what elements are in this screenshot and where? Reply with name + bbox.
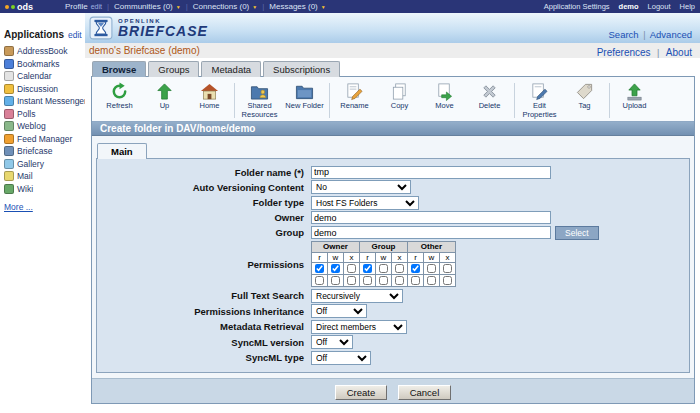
weblog-icon xyxy=(4,121,14,131)
profile-edit-link[interactable]: edit xyxy=(91,3,102,10)
shared-resources-button[interactable]: Shared Resources xyxy=(237,82,282,119)
tab-metadata[interactable]: Metadata xyxy=(201,61,261,77)
copy-button[interactable]: Copy xyxy=(377,82,422,111)
perm-other-write-checkbox[interactable] xyxy=(427,264,436,273)
permissions-inheritance-select[interactable]: Off xyxy=(311,304,367,318)
perm-group-exec-checkbox[interactable] xyxy=(395,264,404,273)
perm-owner-exec-checkbox[interactable] xyxy=(347,264,356,273)
perm-owner-read-checkbox-row2[interactable] xyxy=(315,276,324,285)
perm-owner-exec-checkbox-row2[interactable] xyxy=(347,276,356,285)
ods-logo[interactable]: ods xyxy=(5,2,33,12)
folder-name-label: Folder name (*) xyxy=(97,167,311,178)
sidebar-item-label: Discussion xyxy=(17,84,58,94)
tab-main[interactable]: Main xyxy=(97,143,147,159)
messages-dropdown-arrow-icon[interactable]: ▼ xyxy=(321,4,326,10)
sidebar-item-gallery[interactable]: Gallery xyxy=(4,159,83,169)
tab-browse[interactable]: Browse xyxy=(92,61,146,77)
sidebar-item-mail[interactable]: Mail xyxy=(4,171,83,181)
perm-bit-label: w xyxy=(328,252,344,263)
sidebar-item-label: Weblog xyxy=(17,121,46,131)
folder-type-label: Folder type xyxy=(97,197,311,208)
perm-other-exec-checkbox[interactable] xyxy=(443,264,452,273)
username-link[interactable]: demo xyxy=(619,2,639,11)
tab-subscriptions[interactable]: Subscriptions xyxy=(263,61,340,77)
new-folder-icon xyxy=(295,82,314,101)
connections-dropdown-arrow-icon[interactable]: ▼ xyxy=(252,4,257,10)
bookmarks-icon xyxy=(4,59,14,69)
refresh-button[interactable]: Refresh xyxy=(97,82,142,111)
perm-owner-write-checkbox[interactable] xyxy=(331,264,340,273)
sidebar-item-label: Bookmarks xyxy=(17,59,60,69)
profile-link[interactable]: Profile xyxy=(65,2,88,11)
addressbook-icon xyxy=(4,46,14,56)
delete-button[interactable]: Delete xyxy=(467,82,512,111)
preferences-link[interactable]: Preferences xyxy=(597,47,651,58)
search-link[interactable]: Search xyxy=(609,29,639,40)
metadata-retrieval-select[interactable]: Direct members xyxy=(311,320,407,334)
group-select-button[interactable]: Select xyxy=(555,226,599,240)
perm-other-read-checkbox[interactable] xyxy=(411,264,420,273)
perm-group-exec-checkbox-row2[interactable] xyxy=(395,276,404,285)
home-icon xyxy=(200,82,219,101)
sidebar-item-feed-manager[interactable]: Feed Manager xyxy=(4,134,83,144)
separator: | xyxy=(186,2,188,11)
sidebar-item-discussion[interactable]: Discussion xyxy=(4,84,83,94)
perm-other-exec-checkbox-row2[interactable] xyxy=(443,276,452,285)
application-settings-link[interactable]: Application Settings xyxy=(544,2,610,11)
full-text-search-select[interactable]: Recursively xyxy=(311,289,403,303)
sidebar-item-label: Calendar xyxy=(17,71,52,81)
move-icon xyxy=(435,82,454,101)
create-button[interactable]: Create xyxy=(335,385,388,400)
toolbar: Refresh Up Home Shared xyxy=(92,77,694,121)
sidebar-item-briefcase[interactable]: Briefcase xyxy=(4,146,83,156)
folder-type-select[interactable]: Host FS Folders xyxy=(311,196,419,210)
group-input[interactable] xyxy=(311,226,551,239)
connections-link[interactable]: Connections (0) xyxy=(193,2,249,11)
ods-logo-dot-green xyxy=(11,5,15,9)
applications-edit-link[interactable]: edit xyxy=(68,30,82,40)
advanced-search-link[interactable]: Advanced xyxy=(650,29,692,40)
perm-bit-label: x xyxy=(344,252,360,263)
sidebar-item-instant-messenger[interactable]: Instant Messenger xyxy=(4,96,83,106)
rename-button[interactable]: Rename xyxy=(332,82,377,111)
cancel-button[interactable]: Cancel xyxy=(398,385,452,400)
folder-name-input[interactable] xyxy=(311,166,551,179)
communities-link[interactable]: Communities (0) xyxy=(114,2,173,11)
perm-other-read-checkbox-row2[interactable] xyxy=(411,276,420,285)
tag-button[interactable]: Tag xyxy=(562,82,607,111)
communities-dropdown-arrow-icon[interactable]: ▼ xyxy=(176,4,181,10)
up-button[interactable]: Up xyxy=(142,82,187,111)
sidebar-item-addressbook[interactable]: AddressBook xyxy=(4,46,83,56)
syncml-type-select[interactable]: Off xyxy=(311,351,371,365)
logout-link[interactable]: Logout xyxy=(648,2,671,11)
applications-title: Applications xyxy=(4,29,64,40)
move-button[interactable]: Move xyxy=(422,82,467,111)
sidebar-item-polls[interactable]: Polls xyxy=(4,109,83,119)
sidebar-item-bookmarks[interactable]: Bookmarks xyxy=(4,59,83,69)
perm-bit-label: x xyxy=(440,252,456,263)
upload-button[interactable]: Upload xyxy=(612,82,657,111)
syncml-version-select[interactable]: Off xyxy=(311,335,353,349)
sidebar-more-link[interactable]: More ... xyxy=(4,202,33,212)
perm-owner-write-checkbox-row2[interactable] xyxy=(331,276,340,285)
perm-owner-read-checkbox[interactable] xyxy=(315,264,324,273)
sidebar-item-weblog[interactable]: Weblog xyxy=(4,121,83,131)
sidebar-item-calendar[interactable]: Calendar xyxy=(4,71,83,81)
perm-other-write-checkbox-row2[interactable] xyxy=(427,276,436,285)
messages-link[interactable]: Messages (0) xyxy=(269,2,317,11)
tabs: Browse Groups Metadata Subscriptions xyxy=(91,61,695,77)
auto-versioning-select[interactable]: No xyxy=(311,180,411,194)
permissions-inheritance-label: Permissions Inheritance xyxy=(97,306,311,317)
edit-properties-button[interactable]: Edit Properties xyxy=(517,82,562,119)
perm-group-write-checkbox[interactable] xyxy=(379,264,388,273)
owner-input[interactable] xyxy=(311,211,551,224)
perm-group-write-checkbox-row2[interactable] xyxy=(379,276,388,285)
perm-group-read-checkbox-row2[interactable] xyxy=(363,276,372,285)
tab-groups[interactable]: Groups xyxy=(148,61,199,77)
new-folder-button[interactable]: New Folder xyxy=(282,82,327,111)
perm-group-read-checkbox[interactable] xyxy=(363,264,372,273)
help-link[interactable]: Help xyxy=(680,2,695,11)
home-button[interactable]: Home xyxy=(187,82,232,111)
sidebar-item-wiki[interactable]: Wiki xyxy=(4,184,83,194)
about-link[interactable]: About xyxy=(666,47,692,58)
